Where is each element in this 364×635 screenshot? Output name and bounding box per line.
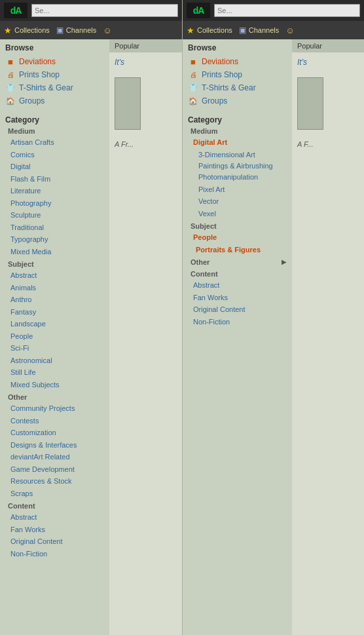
browse-section-left: Browse ■ Deviations 🖨 Prints Shop 👕 T-Sh… [0,39,109,110]
link-literature[interactable]: Literature [5,185,104,197]
nav-tabs-left: ★ Collections ▣ Channels ☺ [0,21,182,39]
left-panel: dA ★ Collections ▣ Channels ☺ Browse ■ D… [0,0,182,635]
link-digital-art-active[interactable]: Digital Art [188,136,287,149]
link-fan-works[interactable]: Fan Works [5,524,104,536]
right-panel: dA ★ Collections ▣ Channels ☺ Browse ■ D… [182,0,364,635]
search-input-left[interactable] [31,4,178,17]
browse-prints-right[interactable]: 🖨 Prints Shop [188,68,287,81]
sidebar-right: Category Medium Digital Art 3-Dimensiona… [183,110,292,329]
link-typography[interactable]: Typography [5,233,104,246]
link-abstract-subj[interactable]: Abstract [5,269,104,282]
link-photography[interactable]: Photography [5,197,104,210]
other-header-left: Other [5,393,104,401]
link-abstract-cont-right[interactable]: Abstract [188,279,287,292]
link-scifi[interactable]: Sci-Fi [5,342,104,355]
link-deviantart-related[interactable]: deviantArt Related [5,451,104,463]
browse-deviations-right[interactable]: ■ Deviations [188,55,287,68]
tab-collections-label-left: Collections [14,26,50,34]
category-header-right: Category [188,115,287,125]
popular-bar-left: Popular [109,39,182,52]
browse-groups-right[interactable]: 🏠 Groups [188,94,287,107]
tab-collections-left[interactable]: ★ Collections [4,26,50,35]
link-digital[interactable]: Digital [5,161,104,173]
link-designs-interfaces[interactable]: Designs & Interfaces [5,439,104,452]
link-sculpture[interactable]: Sculpture [5,209,104,221]
tab-collections-label-right: Collections [197,26,232,34]
link-mixed-subjects[interactable]: Mixed Subjects [5,379,104,391]
category-header-left: Category [5,115,104,125]
tab-emoticon-right[interactable]: ☺ [285,26,294,35]
link-vexel[interactable]: Vexel [188,208,287,220]
tshirts-icon-right: 👕 [188,83,198,93]
link-traditional[interactable]: Traditional [5,221,104,234]
link-flash-film[interactable]: Flash & Film [5,173,104,185]
link-scraps[interactable]: Scraps [5,488,104,500]
link-abstract-cont[interactable]: Abstract [5,511,104,524]
other-expand-arrow[interactable]: ▶ [282,258,287,265]
link-non-fiction[interactable]: Non-Fiction [5,548,104,560]
link-comics[interactable]: Comics [5,149,104,161]
deviations-label-right: Deviations [202,57,238,66]
tab-channels-left[interactable]: ▣ Channels [56,26,96,35]
link-pixel-art[interactable]: Pixel Art [188,183,287,196]
thumbnail-left [115,77,141,130]
browse-groups-left[interactable]: 🏠 Groups [5,94,104,107]
link-customization[interactable]: Customization [5,427,104,439]
tab-channels-label-left: Channels [66,26,96,34]
groups-icon-right: 🏠 [188,96,198,106]
link-paintings-airbrushing[interactable]: Paintings & Airbrushing [188,161,287,171]
link-contests[interactable]: Contests [5,415,104,427]
browse-tshirts-left[interactable]: 👕 T-Shirts & Gear [5,81,104,94]
link-people[interactable]: People [5,330,104,343]
tab-channels-right[interactable]: ▣ Channels [239,26,279,35]
link-original-content-right[interactable]: Original Content [188,303,287,316]
browse-deviations-left[interactable]: ■ Deviations [5,55,104,68]
prints-icon-left: 🖨 [5,69,16,80]
link-portraits-figures-active[interactable]: Portraits & Figures [188,244,287,256]
link-photomanipulation[interactable]: Photomanipulation [188,171,287,183]
groups-label-left: Groups [19,96,45,106]
tshirts-icon-left: 👕 [5,83,16,93]
logo-box-left[interactable]: dA [4,3,27,18]
link-artisan-crafts[interactable]: Artisan Crafts [5,136,104,149]
link-non-fiction-right[interactable]: Non-Fiction [188,316,287,328]
link-game-dev[interactable]: Game Development [5,463,104,476]
browse-title-right: Browse [188,43,287,52]
tab-collections-right[interactable]: ★ Collections [187,26,232,35]
browse-tshirts-right[interactable]: 👕 T-Shirts & Gear [188,81,287,94]
link-vector[interactable]: Vector [188,195,287,208]
popular-bar-right: Popular [292,39,364,52]
channel-icon-right: ▣ [239,26,246,35]
link-people-active[interactable]: People [188,231,287,244]
logo-box-right[interactable]: dA [187,3,210,18]
link-astronomical[interactable]: Astronomical [5,355,104,367]
channel-icon-left: ▣ [56,26,64,35]
search-input-right[interactable] [214,4,360,17]
content-text-right: It's [297,58,307,67]
nav-tabs-right: ★ Collections ▣ Channels ☺ [183,21,364,39]
prints-label-right: Prints Shop [202,70,242,79]
link-3d-art[interactable]: 3-Dimensional Art [188,149,287,161]
medium-header-right: Medium [188,127,287,135]
link-original-content[interactable]: Original Content [5,535,104,548]
tshirts-label-right: T-Shirts & Gear [202,83,256,92]
other-header-right-container: Other ▶ [188,256,287,267]
link-animals[interactable]: Animals [5,282,104,294]
browse-prints-left[interactable]: 🖨 Prints Shop [5,68,104,81]
tshirts-label-left: T-Shirts & Gear [19,83,73,92]
content-text2-right: A F... [292,135,364,153]
content-text2-left: A Fr... [109,135,182,153]
header-right: dA [183,0,364,21]
link-anthro[interactable]: Anthro [5,294,104,306]
link-still-life[interactable]: Still Life [5,366,104,379]
content-area-right: It's [292,52,364,72]
link-community-projects[interactable]: Community Projects [5,402,104,415]
link-landscape[interactable]: Landscape [5,318,104,330]
star-icon-right: ★ [187,26,194,35]
link-resources-stock[interactable]: Resources & Stock [5,475,104,488]
deviations-icon-right: ■ [188,56,198,67]
tab-emoticon-left[interactable]: ☺ [103,26,111,35]
link-fantasy[interactable]: Fantasy [5,306,104,318]
link-fan-works-right[interactable]: Fan Works [188,292,287,304]
link-mixed-media[interactable]: Mixed Media [5,246,104,258]
